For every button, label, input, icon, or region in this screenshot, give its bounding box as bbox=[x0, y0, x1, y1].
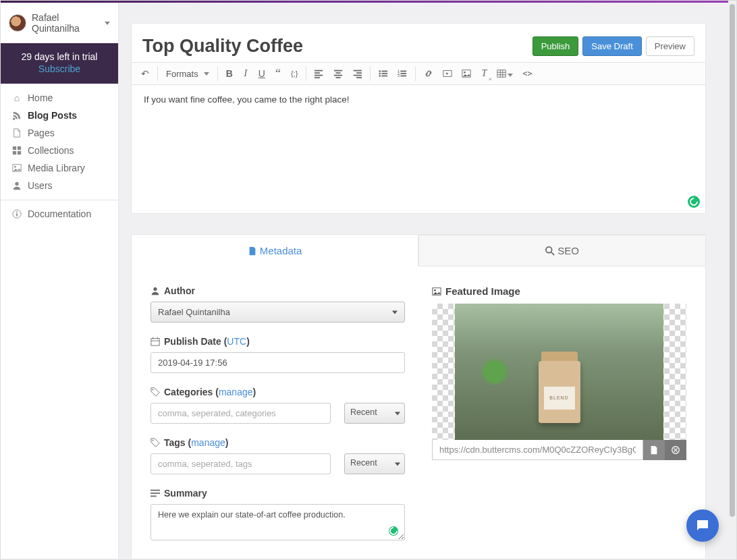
sidebar-item-documentation[interactable]: Documentation bbox=[1, 200, 118, 223]
publish-button[interactable]: Publish bbox=[533, 36, 579, 56]
svg-rect-14 bbox=[334, 70, 342, 72]
sidebar-item-pages[interactable]: Pages bbox=[1, 124, 118, 142]
trial-box: 29 days left in trial Subscribe bbox=[1, 43, 118, 84]
categories-field: Categories (manage) Recent bbox=[151, 387, 405, 424]
file-icon bbox=[11, 128, 22, 138]
summary-field: Summary bbox=[151, 488, 405, 542]
publish-date-input[interactable] bbox=[151, 352, 405, 373]
subscribe-link[interactable]: Subscribe bbox=[6, 63, 113, 74]
preview-button[interactable]: Preview bbox=[646, 36, 694, 56]
utc-link[interactable]: UTC bbox=[227, 336, 246, 347]
user-menu[interactable]: Rafael Quintanilha bbox=[1, 3, 118, 43]
svg-rect-27 bbox=[382, 76, 388, 77]
remove-image-button[interactable] bbox=[665, 440, 686, 460]
svg-rect-12 bbox=[315, 75, 323, 76]
insert-image-icon[interactable] bbox=[458, 65, 475, 82]
featured-image-wrap: BLEND bbox=[432, 304, 686, 440]
scrollbar[interactable] bbox=[728, 3, 736, 559]
align-right-icon[interactable] bbox=[348, 65, 366, 82]
chevron-down-icon bbox=[395, 462, 400, 466]
categories-recent-select[interactable]: Recent bbox=[344, 403, 405, 424]
svg-point-9 bbox=[16, 211, 18, 213]
sidebar-item-users[interactable]: Users bbox=[1, 177, 118, 194]
tags-field: Tags (manage) Recent bbox=[151, 437, 405, 474]
code-block-icon[interactable]: {;} bbox=[287, 67, 302, 80]
user-icon bbox=[151, 285, 160, 296]
undo-icon[interactable]: ↶ bbox=[137, 65, 153, 82]
avatar bbox=[9, 14, 26, 32]
svg-point-44 bbox=[153, 287, 157, 291]
bullet-list-icon[interactable] bbox=[375, 65, 392, 82]
editor-body[interactable]: If you want fine coffee, you came to the… bbox=[132, 85, 705, 213]
svg-rect-51 bbox=[151, 490, 160, 491]
svg-rect-10 bbox=[315, 70, 323, 72]
grammarly-icon[interactable] bbox=[688, 196, 700, 208]
italic-icon[interactable]: I bbox=[238, 65, 253, 82]
chat-button[interactable] bbox=[686, 509, 719, 542]
publish-date-field: Publish Date (UTC) bbox=[151, 336, 405, 373]
svg-line-43 bbox=[551, 252, 554, 255]
scrollbar-thumb[interactable] bbox=[730, 4, 735, 517]
featured-url-input[interactable] bbox=[432, 440, 643, 460]
info-icon bbox=[11, 208, 22, 219]
categories-input[interactable] bbox=[151, 403, 331, 424]
sidebar-item-home[interactable]: ⌂ Home bbox=[1, 89, 118, 107]
svg-rect-1 bbox=[18, 146, 21, 150]
metadata-right: Featured Image BLEND bbox=[432, 285, 686, 556]
svg-point-24 bbox=[379, 73, 381, 75]
upload-image-button[interactable] bbox=[643, 440, 665, 460]
svg-rect-21 bbox=[356, 77, 362, 78]
blockquote-icon[interactable]: “ bbox=[271, 67, 285, 80]
table-icon[interactable] bbox=[493, 65, 517, 82]
save-draft-button[interactable]: Save Draft bbox=[582, 36, 641, 56]
summary-textarea[interactable] bbox=[151, 504, 405, 540]
svg-rect-20 bbox=[354, 75, 362, 76]
metadata-left: Author Rafael Quintanilha Publish Date (… bbox=[151, 285, 405, 556]
page-title[interactable]: Top Quality Coffee bbox=[142, 36, 528, 57]
tab-seo[interactable]: SEO bbox=[418, 235, 705, 267]
svg-rect-19 bbox=[356, 72, 362, 74]
sidebar-item-blog-posts[interactable]: Blog Posts bbox=[1, 107, 118, 124]
chevron-down-icon bbox=[395, 412, 400, 415]
sidebar-item-collections[interactable]: Collections bbox=[1, 142, 118, 159]
svg-rect-31 bbox=[401, 73, 407, 74]
tag-icon bbox=[151, 387, 160, 397]
user-icon bbox=[11, 180, 22, 191]
clear-format-icon[interactable]: T× bbox=[476, 65, 491, 82]
manage-categories-link[interactable]: manage bbox=[219, 387, 253, 397]
formats-dropdown[interactable]: Formats bbox=[162, 66, 213, 82]
source-code-icon[interactable]: <> bbox=[518, 66, 536, 81]
author-field: Author Rafael Quintanilha bbox=[151, 285, 405, 323]
tab-metadata[interactable]: Metadata bbox=[132, 235, 418, 267]
manage-tags-link[interactable]: manage bbox=[191, 437, 225, 448]
align-center-icon[interactable] bbox=[329, 65, 347, 82]
metadata-card: Metadata SEO Author Rafael Quintan bbox=[131, 234, 706, 559]
sidebar-item-media[interactable]: Media Library bbox=[1, 159, 118, 177]
svg-rect-23 bbox=[382, 71, 388, 72]
grammarly-icon[interactable] bbox=[389, 526, 398, 536]
svg-rect-16 bbox=[334, 75, 342, 76]
svg-rect-25 bbox=[382, 73, 388, 74]
main: Top Quality Coffee Publish Save Draft Pr… bbox=[119, 3, 726, 559]
trial-text: 29 days left in trial bbox=[22, 51, 98, 62]
tags-recent-select[interactable]: Recent bbox=[344, 453, 405, 474]
tags-icon bbox=[151, 437, 160, 448]
featured-image[interactable]: BLEND bbox=[455, 304, 663, 440]
nav: ⌂ Home Blog Posts Pages Collections bbox=[1, 84, 118, 228]
numbered-list-icon[interactable]: 123 bbox=[393, 65, 411, 82]
sidebar: Rafael Quintanilha 29 days left in trial… bbox=[1, 3, 119, 559]
media-embed-icon[interactable] bbox=[439, 65, 456, 82]
align-left-icon[interactable] bbox=[310, 65, 328, 82]
svg-point-6 bbox=[15, 182, 18, 186]
link-icon[interactable] bbox=[420, 65, 437, 82]
svg-rect-3 bbox=[18, 151, 21, 155]
underline-icon[interactable]: U bbox=[254, 65, 269, 82]
author-select[interactable]: Rafael Quintanilha bbox=[151, 302, 405, 323]
chevron-down-icon bbox=[392, 310, 398, 314]
svg-rect-0 bbox=[13, 146, 16, 150]
svg-point-22 bbox=[379, 70, 381, 72]
tags-input[interactable] bbox=[151, 453, 331, 474]
bold-icon[interactable]: B bbox=[222, 65, 237, 82]
home-icon: ⌂ bbox=[11, 92, 22, 103]
svg-rect-2 bbox=[13, 151, 16, 155]
